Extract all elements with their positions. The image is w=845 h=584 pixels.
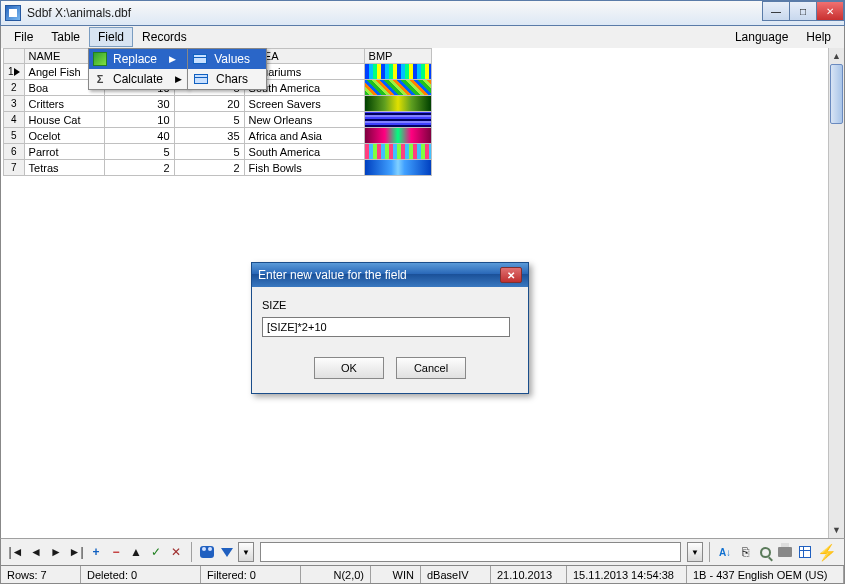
status-codepage: 1B - 437 English OEM (US) xyxy=(687,566,844,583)
dialog-close-button[interactable]: ✕ xyxy=(500,267,522,283)
status-os: WIN xyxy=(371,566,421,583)
status-now: 15.11.2013 14:54:38 xyxy=(567,566,687,583)
window-controls: — □ ✕ xyxy=(763,1,844,21)
dialog-field-label: SIZE xyxy=(262,299,518,311)
dialog-value-input[interactable] xyxy=(262,317,510,337)
navigation-toolbar: |◄ ◄ ► ►| + − ▲ ✓ ✕ ▼ ▼ A↓ ⎘ ⚡ xyxy=(0,538,845,566)
menu-replace-values[interactable]: Values xyxy=(188,49,266,69)
status-created: 21.10.2013 xyxy=(491,566,567,583)
search-dropdown-button[interactable]: ▼ xyxy=(687,542,703,562)
nav-last-button[interactable]: ►| xyxy=(67,542,85,562)
binoculars-icon xyxy=(200,546,214,558)
table-row[interactable]: 6 Parrot 5 5 South America xyxy=(4,144,432,160)
add-record-button[interactable]: + xyxy=(87,542,105,562)
client-area: NAME SIZE WEIGHT AREA BMP 1 Angel Fish 2… xyxy=(0,48,845,538)
nav-next-button[interactable]: ► xyxy=(47,542,65,562)
menu-field[interactable]: Field xyxy=(89,27,133,47)
grid-icon xyxy=(799,546,811,558)
dialog-title: Enter new value for the field xyxy=(258,268,407,282)
delete-record-button[interactable]: − xyxy=(107,542,125,562)
menu-bar: File Table Field Records Language Help xyxy=(0,26,845,48)
status-rows: Rows: 7 xyxy=(1,566,81,583)
bmp-thumbnail xyxy=(365,80,431,95)
search-input[interactable] xyxy=(260,542,681,562)
submenu-arrow-icon: ▶ xyxy=(163,74,182,84)
table-row[interactable]: 5 Ocelot 40 35 Africa and Asia xyxy=(4,128,432,144)
edit-record-button[interactable]: ▲ xyxy=(127,542,145,562)
submenu-arrow-icon: ▶ xyxy=(157,54,176,64)
bmp-thumbnail xyxy=(365,144,431,159)
chars-icon xyxy=(192,71,210,87)
magnifier-icon xyxy=(760,547,771,558)
status-filtered: Filtered: 0 xyxy=(201,566,301,583)
menu-replace[interactable]: Replace ▶ xyxy=(89,49,187,69)
title-bar: Sdbf X:\animals.dbf — □ ✕ xyxy=(0,0,845,26)
goto-button[interactable]: ⎘ xyxy=(736,542,754,562)
bmp-thumbnail xyxy=(365,64,431,79)
zoom-button[interactable] xyxy=(756,542,774,562)
scroll-down-icon[interactable]: ▼ xyxy=(829,522,844,538)
dialog-title-bar[interactable]: Enter new value for the field ✕ xyxy=(252,263,528,287)
calculate-icon: Σ xyxy=(93,71,107,87)
menu-language[interactable]: Language xyxy=(726,27,797,47)
menu-replace-chars[interactable]: Chars xyxy=(188,69,266,89)
menu-records[interactable]: Records xyxy=(133,27,196,47)
funnel-icon xyxy=(221,548,233,557)
maximize-button[interactable]: □ xyxy=(789,1,817,21)
close-button[interactable]: ✕ xyxy=(816,1,844,21)
cancel-edit-button[interactable]: ✕ xyxy=(167,542,185,562)
minimize-button[interactable]: — xyxy=(762,1,790,21)
filter-button[interactable] xyxy=(218,542,236,562)
window-title: Sdbf X:\animals.dbf xyxy=(27,6,131,20)
field-submenu: Replace ▶ Σ Calculate ▶ xyxy=(88,48,188,90)
status-deleted: Deleted: 0 xyxy=(81,566,201,583)
menu-table[interactable]: Table xyxy=(42,27,89,47)
menu-file[interactable]: File xyxy=(5,27,42,47)
bmp-thumbnail xyxy=(365,112,431,127)
status-fieldtype: N(2,0) xyxy=(301,566,371,583)
cancel-button[interactable]: Cancel xyxy=(396,357,466,379)
status-version: dBaseIV xyxy=(421,566,491,583)
replace-icon xyxy=(93,51,107,67)
nav-first-button[interactable]: |◄ xyxy=(7,542,25,562)
table-row[interactable]: 3 Critters 30 20 Screen Savers xyxy=(4,96,432,112)
table-row[interactable]: 4 House Cat 10 5 New Orleans xyxy=(4,112,432,128)
grid-corner xyxy=(4,49,25,64)
menu-calculate[interactable]: Σ Calculate ▶ xyxy=(89,69,187,89)
app-icon xyxy=(5,5,21,21)
scroll-up-icon[interactable]: ▲ xyxy=(829,48,844,64)
current-row-marker-icon xyxy=(14,68,20,76)
filter-dropdown-button[interactable]: ▼ xyxy=(238,542,254,562)
bmp-thumbnail xyxy=(365,160,431,175)
scroll-thumb[interactable] xyxy=(830,64,843,124)
sort-asc-button[interactable]: A↓ xyxy=(716,542,734,562)
find-button[interactable] xyxy=(198,542,216,562)
print-button[interactable] xyxy=(776,542,794,562)
execute-button[interactable]: ⚡ xyxy=(816,542,838,562)
status-bar: Rows: 7 Deleted: 0 Filtered: 0 N(2,0) WI… xyxy=(0,566,845,584)
printer-icon xyxy=(778,547,792,557)
table-row[interactable]: 7 Tetras 2 2 Fish Bowls xyxy=(4,160,432,176)
post-button[interactable]: ✓ xyxy=(147,542,165,562)
bmp-thumbnail xyxy=(365,128,431,143)
bmp-thumbnail xyxy=(365,96,431,111)
ok-button[interactable]: OK xyxy=(314,357,384,379)
vertical-scrollbar[interactable]: ▲ ▼ xyxy=(828,48,844,538)
structure-button[interactable] xyxy=(796,542,814,562)
col-bmp[interactable]: BMP xyxy=(364,49,431,64)
replace-submenu: Values Chars xyxy=(187,48,267,90)
enter-value-dialog: Enter new value for the field ✕ SIZE OK … xyxy=(251,262,529,394)
values-icon xyxy=(192,51,208,67)
nav-prev-button[interactable]: ◄ xyxy=(27,542,45,562)
menu-help[interactable]: Help xyxy=(797,27,840,47)
